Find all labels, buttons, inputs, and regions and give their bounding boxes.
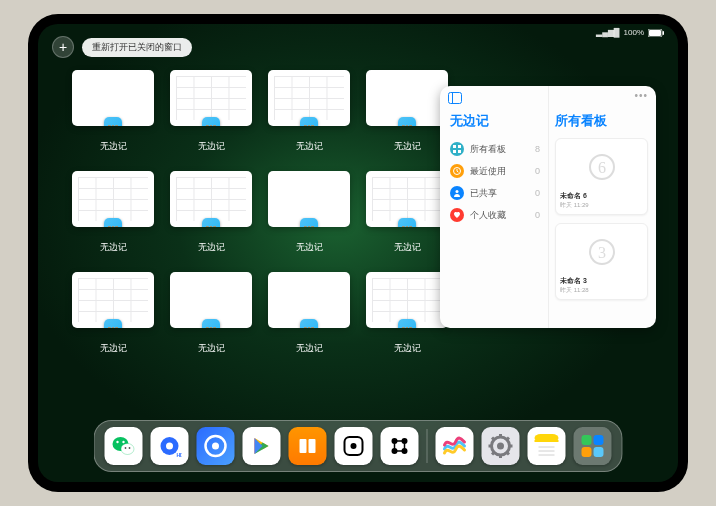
board-sketch: 6 — [560, 143, 643, 191]
dock-quark-icon[interactable] — [197, 427, 235, 465]
dock-settings-icon[interactable] — [482, 427, 520, 465]
reopen-closed-window-pill[interactable]: 重新打开已关闭的窗口 — [82, 38, 192, 57]
dock-quark-cam-icon[interactable]: HD — [151, 427, 189, 465]
window-thumbnail[interactable]: 〰 无边记 — [268, 272, 350, 355]
svg-rect-7 — [453, 150, 456, 153]
sidebar-item-people[interactable]: 已共享 0 — [450, 182, 540, 204]
dock-separator — [427, 429, 428, 463]
window-label: 无边记 — [268, 140, 350, 153]
dock-notes-icon[interactable] — [528, 427, 566, 465]
freeform-panel[interactable]: ••• 无边记 所有看板 8 最近使用 0 已共享 0 个人收藏 0 所有看板 … — [440, 86, 656, 328]
svg-point-18 — [122, 441, 124, 443]
freeform-app-icon: 〰 — [104, 117, 122, 126]
window-preview: 〰 — [268, 70, 350, 126]
svg-rect-46 — [535, 440, 559, 442]
window-thumbnail[interactable]: 〰 无边记 — [170, 272, 252, 355]
window-preview: 〰 — [268, 171, 350, 227]
svg-point-25 — [212, 443, 219, 450]
freeform-app-icon: 〰 — [300, 319, 318, 328]
sidebar-item-count: 8 — [535, 144, 540, 154]
freeform-app-icon: 〰 — [300, 218, 318, 227]
window-preview: 〰 — [170, 272, 252, 328]
window-thumbnail[interactable]: 〰 无边记 — [72, 272, 154, 355]
window-preview: 〰 — [72, 171, 154, 227]
svg-rect-3 — [449, 93, 462, 104]
window-thumbnail[interactable]: 〰 无边记 — [72, 171, 154, 254]
board-time: 昨天 11:29 — [560, 201, 643, 210]
window-label: 无边记 — [170, 342, 252, 355]
window-thumbnail[interactable]: 〰 无边记 — [366, 70, 448, 153]
sidebar-item-clock[interactable]: 最近使用 0 — [450, 160, 540, 182]
window-thumbnail[interactable]: 〰 无边记 — [170, 171, 252, 254]
sidebar-toggle-icon[interactable] — [448, 92, 462, 106]
window-preview: 〰 — [170, 171, 252, 227]
window-thumbnail[interactable]: 〰 无边记 — [72, 70, 154, 153]
window-preview: 〰 — [366, 171, 448, 227]
board-sketch: 3 — [560, 228, 643, 276]
panel-content: 所有看板 6 未命名 6昨天 11:29 3 未命名 3昨天 11:28 — [548, 86, 656, 328]
dock-books-icon[interactable] — [289, 427, 327, 465]
ipad-device: ▂▄▆█ 100% + 重新打开已关闭的窗口 〰 无边记 〰 无边记 〰 无边记… — [28, 14, 688, 492]
svg-rect-52 — [582, 447, 592, 457]
svg-rect-53 — [594, 447, 604, 457]
window-label: 无边记 — [72, 140, 154, 153]
new-window-button[interactable]: + — [52, 36, 74, 58]
window-label: 无边记 — [170, 140, 252, 153]
window-thumbnail[interactable]: 〰 无边记 — [366, 272, 448, 355]
svg-point-20 — [129, 447, 131, 449]
signal-icon: ▂▄▆█ — [596, 28, 619, 37]
dock-play-icon[interactable] — [243, 427, 281, 465]
svg-line-43 — [507, 438, 509, 440]
dock-dice-icon[interactable] — [335, 427, 373, 465]
heart-icon — [450, 208, 464, 222]
panel-left-title: 无边记 — [450, 112, 540, 130]
panel-more-icon[interactable]: ••• — [634, 90, 648, 101]
sidebar-item-grid[interactable]: 所有看板 8 — [450, 138, 540, 160]
window-thumbnail[interactable]: 〰 无边记 — [268, 70, 350, 153]
window-label: 无边记 — [268, 241, 350, 254]
board-card[interactable]: 6 未命名 6昨天 11:29 — [555, 138, 648, 215]
window-label: 无边记 — [366, 140, 448, 153]
people-icon — [450, 186, 464, 200]
freeform-app-icon: 〰 — [202, 319, 220, 328]
dock-freeform-icon[interactable] — [436, 427, 474, 465]
svg-rect-6 — [458, 145, 461, 148]
dock: HD — [94, 420, 623, 472]
sidebar-item-heart[interactable]: 个人收藏 0 — [450, 204, 540, 226]
sidebar-item-label: 个人收藏 — [470, 209, 506, 222]
svg-rect-2 — [663, 31, 665, 35]
window-label: 无边记 — [170, 241, 252, 254]
board-card[interactable]: 3 未命名 3昨天 11:28 — [555, 223, 648, 300]
freeform-app-icon: 〰 — [104, 319, 122, 328]
top-left-controls: + 重新打开已关闭的窗口 — [52, 36, 192, 58]
dock-connect-icon[interactable] — [381, 427, 419, 465]
dock-wechat-icon[interactable] — [105, 427, 143, 465]
svg-text:6: 6 — [598, 159, 606, 176]
svg-rect-8 — [458, 150, 461, 153]
svg-point-29 — [351, 443, 357, 449]
battery-icon — [648, 29, 664, 37]
sidebar-item-label: 最近使用 — [470, 165, 506, 178]
board-title: 未命名 6昨天 11:29 — [560, 191, 643, 210]
svg-point-35 — [497, 443, 504, 450]
panel-sidebar: 无边记 所有看板 8 最近使用 0 已共享 0 个人收藏 0 — [440, 86, 548, 328]
freeform-app-icon: 〰 — [398, 319, 416, 328]
freeform-app-icon: 〰 — [300, 117, 318, 126]
svg-text:3: 3 — [598, 244, 606, 261]
window-thumbnail[interactable]: 〰 无边记 — [366, 171, 448, 254]
svg-line-39 — [492, 452, 494, 454]
window-thumbnail[interactable]: 〰 无边记 — [170, 70, 252, 153]
svg-point-10 — [456, 190, 459, 193]
svg-point-19 — [125, 447, 127, 449]
clock-icon — [450, 164, 464, 178]
dock-app-library-icon[interactable] — [574, 427, 612, 465]
sidebar-item-count: 0 — [535, 210, 540, 220]
panel-right-title: 所有看板 — [555, 112, 648, 130]
sidebar-item-count: 0 — [535, 188, 540, 198]
svg-rect-27 — [309, 439, 316, 453]
screen: ▂▄▆█ 100% + 重新打开已关闭的窗口 〰 无边记 〰 无边记 〰 无边记… — [38, 24, 678, 482]
battery-text: 100% — [624, 28, 644, 37]
window-grid: 〰 无边记 〰 无边记 〰 无边记 〰 无边记 〰 无边记 〰 无边记 〰 无边… — [72, 70, 452, 355]
svg-point-17 — [116, 441, 118, 443]
window-thumbnail[interactable]: 〰 无边记 — [268, 171, 350, 254]
